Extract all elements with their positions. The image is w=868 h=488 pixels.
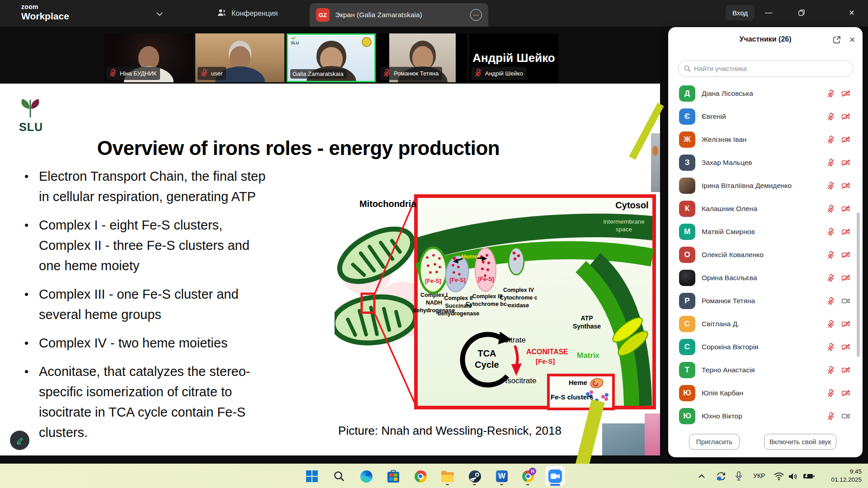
mic-muted-icon[interactable] — [826, 366, 835, 376]
participant-row[interactable]: ЮЮхно Віктор — [668, 405, 863, 428]
word-icon[interactable]: W — [493, 467, 511, 485]
search-icon[interactable] — [330, 467, 348, 485]
camera-off-icon[interactable] — [841, 158, 850, 169]
mic-muted-icon[interactable] — [826, 250, 835, 261]
camera-off-icon[interactable] — [841, 273, 850, 284]
popout-icon[interactable] — [831, 34, 843, 46]
tile-name: user — [211, 70, 222, 77]
participant-row[interactable]: ЄЄвгеній — [668, 105, 863, 128]
participant-avatar: К — [679, 201, 695, 217]
mic-muted-icon[interactable] — [826, 319, 835, 330]
participant-name: Євгеній — [702, 113, 726, 121]
file-explorer-icon[interactable] — [439, 467, 457, 485]
decor-photo — [602, 423, 645, 455]
chevron-down-icon[interactable] — [156, 10, 163, 18]
sync-icon[interactable] — [716, 464, 726, 488]
camera-off-icon[interactable] — [841, 135, 850, 146]
participant-row[interactable]: ООлексій Коваленко — [668, 244, 863, 267]
wifi-icon[interactable] — [774, 464, 784, 488]
video-tile[interactable]: Андрій ШейкоАндрій Шейко — [469, 33, 558, 82]
zoom-window: zoom Workplace Конференция GZ Экран (Gal… — [0, 0, 868, 488]
taskbar-clock[interactable]: 9:45 01.12.2025 — [824, 468, 862, 484]
mic-muted-icon[interactable] — [826, 181, 835, 192]
camera-off-icon[interactable] — [841, 112, 850, 123]
zoom-workplace-logo: zoom Workplace — [21, 4, 69, 21]
camera-off-icon[interactable] — [841, 389, 850, 399]
mic-muted-icon[interactable] — [826, 112, 835, 123]
camera-off-icon[interactable] — [841, 250, 850, 261]
participant-avatar — [679, 270, 695, 286]
aconitase-fes-label: [Fe-S] — [536, 357, 555, 365]
steam-icon[interactable] — [466, 467, 484, 485]
search-input[interactable] — [694, 65, 848, 72]
close-button[interactable]: ✕ — [843, 5, 861, 21]
mic-muted-icon[interactable] — [826, 273, 835, 284]
participant-row[interactable]: ДДіана Лісовська — [668, 82, 863, 105]
tile-name: Андрій Шейко — [485, 70, 523, 77]
mic-muted-icon[interactable] — [826, 204, 835, 215]
camera-off-icon[interactable] — [841, 366, 850, 376]
camera-on-icon[interactable] — [841, 296, 850, 307]
mic-muted-icon[interactable] — [826, 412, 835, 422]
panel-scrollbar[interactable] — [857, 212, 860, 357]
zoom-icon[interactable] — [546, 467, 564, 485]
participant-row[interactable]: ССорокіна Вікторія — [668, 336, 863, 359]
running-indicator — [446, 484, 449, 485]
login-button[interactable]: Вход — [726, 5, 755, 20]
seal-watermark — [362, 37, 372, 47]
minimize-button[interactable]: — — [760, 5, 778, 21]
tab-options-icon[interactable]: ⋯ — [470, 9, 482, 21]
panel-close-icon[interactable]: ✕ — [846, 34, 858, 46]
participant-row[interactable]: ЮЮлія Карбан — [668, 382, 863, 405]
camera-off-icon[interactable] — [841, 181, 850, 192]
video-tile[interactable]: Ніна БУДНИК — [104, 33, 193, 82]
participant-row[interactable]: ЗЗахар Мальцев — [668, 151, 863, 174]
microsoft-store-icon[interactable] — [384, 467, 402, 485]
volume-icon[interactable] — [788, 464, 797, 488]
camera-off-icon[interactable] — [841, 227, 850, 238]
unmute-button[interactable]: Включить свой звук — [764, 434, 836, 450]
participant-row[interactable]: Орина Васільєва — [668, 267, 863, 290]
chrome-icon[interactable] — [411, 467, 429, 485]
video-tile[interactable]: 🌱SLUGalia Zamaratskaia — [287, 33, 376, 82]
language-indicator[interactable]: УКР — [753, 472, 765, 479]
edge-icon[interactable] — [357, 467, 375, 485]
mic-muted-icon[interactable] — [826, 158, 835, 169]
mic-muted-icon — [108, 68, 118, 79]
chrome-profile-icon[interactable]: H — [519, 467, 537, 485]
participant-row[interactable]: РРоманюк Тетяна — [668, 290, 863, 313]
camera-off-icon[interactable] — [841, 343, 850, 353]
video-tile[interactable]: user — [195, 33, 284, 82]
tab-screen-label: Экран (Galia Zamaratskaia) — [335, 11, 465, 19]
mic-muted-icon[interactable] — [826, 135, 835, 146]
annotate-button[interactable] — [10, 431, 29, 450]
camera-on-icon[interactable] — [841, 412, 850, 422]
participant-row[interactable]: ЖЖелізняк Іван — [668, 128, 863, 151]
running-indicator — [526, 484, 529, 485]
camera-off-icon[interactable] — [841, 204, 850, 215]
participant-avatar: С — [679, 316, 695, 332]
mic-muted-icon[interactable] — [826, 343, 835, 353]
participant-search[interactable] — [678, 60, 854, 77]
mic-muted-icon[interactable] — [826, 227, 835, 238]
tray-chevron-icon[interactable] — [698, 464, 705, 488]
video-tile[interactable]: Романюк Тетяна — [378, 33, 467, 82]
windows-start-icon[interactable] — [303, 467, 321, 485]
participant-row[interactable]: ТТерно Анастасія — [668, 359, 863, 382]
mic-muted-icon[interactable] — [826, 389, 835, 399]
battery-icon[interactable] — [803, 464, 815, 488]
tab-conference[interactable]: Конференция — [217, 5, 278, 22]
participant-row[interactable]: ММатвій Смирнов — [668, 221, 863, 244]
participant-row[interactable]: Ірина Віталіївна Демиденко — [668, 174, 863, 197]
restore-button[interactable] — [793, 5, 811, 21]
camera-off-icon[interactable] — [841, 319, 850, 330]
microphone-icon[interactable] — [735, 464, 742, 488]
invite-button[interactable]: Пригласить — [689, 434, 740, 450]
camera-off-icon[interactable] — [841, 89, 850, 100]
participant-row[interactable]: ККалашник Олена — [668, 197, 863, 221]
tab-screen-share[interactable]: GZ Экран (Galia Zamaratskaia) ⋯ — [310, 3, 488, 27]
mic-muted-icon[interactable] — [826, 296, 835, 307]
participant-row[interactable]: ССвітлана Д. — [668, 313, 863, 336]
participant-avatar: С — [679, 339, 695, 355]
mic-muted-icon[interactable] — [826, 89, 835, 100]
